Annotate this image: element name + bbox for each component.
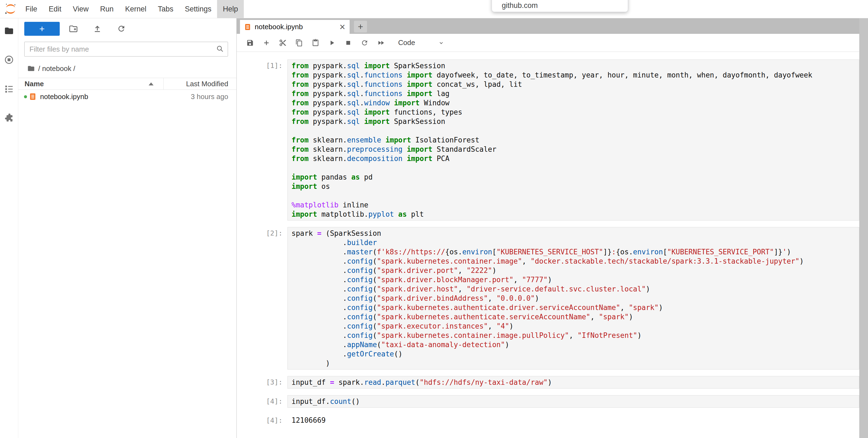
menu-bar: FileEditViewRunKernelTabsSettingsHelp [0,0,868,18]
search-icon [216,45,224,53]
restart-kernel-button[interactable] [359,37,370,49]
extensions-icon [4,113,14,122]
menu-items: FileEditViewRunKernelTabsSettingsHelp [20,0,244,18]
sidebar-tab-extensions[interactable] [2,112,16,123]
new-folder-icon [69,24,78,33]
folder-icon [27,65,35,72]
add-cell-icon [262,39,270,47]
upload-icon [93,24,102,33]
run-all-icon [377,39,385,47]
cell-type-label: Code [398,38,415,47]
add-cell-button[interactable] [261,37,272,49]
sidebar-tab-running[interactable] [2,54,16,65]
refresh-icon [117,24,126,33]
file-list-header: Name Last Modified [18,78,237,90]
sort-ascending-icon [149,82,154,85]
column-header-name[interactable]: Name [25,80,44,88]
file-name: notebook.ipynb [40,92,88,101]
kernel-status-dot [24,95,27,98]
close-icon[interactable]: × [340,22,345,32]
menu-tabs[interactable]: Tabs [152,0,179,18]
run-cell-button[interactable] [326,37,338,49]
notebook-file-icon [244,23,251,31]
menu-run[interactable]: Run [94,0,119,18]
column-header-modified[interactable]: Last Modified [186,80,228,88]
chevron-down-icon [438,39,444,46]
file-browser-panel: + [18,18,237,438]
interrupt-kernel-button[interactable] [342,37,354,49]
menu-kernel[interactable]: Kernel [119,0,152,18]
running-sessions-icon [4,55,14,65]
run-icon [328,39,336,47]
tab-bar: notebook.ipynb × + [237,18,868,34]
notebook-toolbar: Code [237,34,868,52]
restart-icon [361,39,368,47]
menu-settings[interactable]: Settings [179,0,217,18]
code-cell-row: [3]:input_df = spark.read.parquet("hdfs:… [237,376,859,389]
popup-site-label: github.com [502,1,538,9]
cell-editor[interactable]: from pyspark.sql import SparkSessionfrom… [287,59,859,221]
stop-icon [344,39,352,47]
main-area: notebook.ipynb × + [237,18,868,438]
menu-edit[interactable]: Edit [43,0,67,18]
breadcrumb[interactable]: / notebook / [27,64,237,74]
column-divider [163,78,164,89]
file-modified: 3 hours ago [191,92,228,101]
output-prompt: [4]: [237,414,287,426]
cut-icon [279,39,287,47]
file-filter [24,42,228,57]
input-prompt: [3]: [237,376,287,389]
cell-output: 12106669 [287,414,859,426]
output-row: [4]:12106669 [237,414,859,426]
menu-help[interactable]: Help [217,0,244,18]
input-prompt: [1]: [237,59,287,221]
cell-editor[interactable]: input_df = spark.read.parquet("hdfs://hd… [287,376,859,389]
left-sidebar-strip [0,18,18,438]
tab-notebook[interactable]: notebook.ipynb × [240,20,350,34]
cell-editor[interactable]: spark = (SparkSession .builder .master(f… [287,227,859,370]
new-folder-button[interactable] [67,23,80,35]
file-row[interactable]: notebook.ipynb 3 hours ago [18,90,237,104]
notebook-content: [1]:from pyspark.sql import SparkSession… [237,52,859,438]
cut-cell-button[interactable] [277,37,288,49]
refresh-button[interactable] [115,23,127,35]
code-cell-row: [4]:input_df.count() [237,395,859,408]
copy-cell-button[interactable] [293,37,305,49]
notebook-scrollbar[interactable] [859,18,868,438]
jupyter-logo [4,3,17,15]
menu-file[interactable]: File [20,0,43,18]
menu-view[interactable]: View [67,0,94,18]
table-of-contents-icon [4,84,14,94]
breadcrumb-path: / notebook / [38,64,75,73]
sidebar-tab-files[interactable] [2,25,16,36]
paste-icon [312,39,319,47]
upload-button[interactable] [91,23,103,35]
notebook-cells: [1]:from pyspark.sql import SparkSession… [237,59,859,426]
save-icon [246,39,254,47]
restart-run-all-button[interactable] [375,37,387,49]
code-cell-row: [1]:from pyspark.sql import SparkSession… [237,59,859,221]
browser-popup: github.com [492,0,628,12]
cell-type-dropdown[interactable]: Code [398,38,444,47]
input-prompt: [2]: [237,227,287,370]
code-cell-row: [2]:spark = (SparkSession .builder .mast… [237,227,859,370]
new-launcher-button[interactable]: + [24,22,60,36]
paste-cell-button[interactable] [310,37,321,49]
add-tab-button[interactable]: + [354,21,367,32]
folder-icon [4,26,14,36]
input-prompt: [4]: [237,395,287,408]
save-button[interactable] [244,37,256,49]
tab-label: notebook.ipynb [255,23,303,31]
sidebar-tab-toc[interactable] [2,83,16,94]
notebook-file-icon [29,92,36,101]
cell-editor[interactable]: input_df.count() [287,395,859,408]
file-browser-toolbar: + [18,18,237,37]
copy-icon [295,39,303,47]
file-filter-input[interactable] [24,42,228,57]
